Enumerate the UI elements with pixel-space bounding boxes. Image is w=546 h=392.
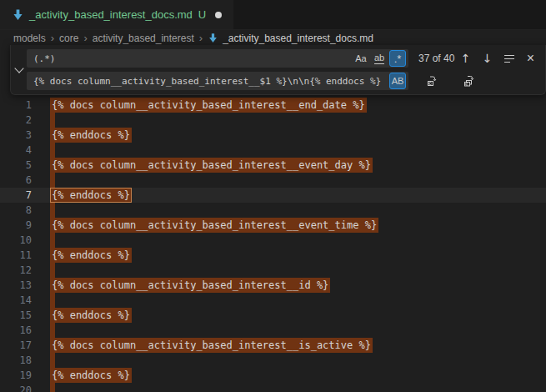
- breadcrumb-separator: ›: [199, 32, 203, 44]
- line-number: 6: [0, 173, 32, 188]
- previous-match-button[interactable]: ↑: [458, 50, 473, 67]
- match-case-button[interactable]: Aa: [353, 50, 369, 67]
- search-value: (.*): [33, 53, 353, 64]
- code-line[interactable]: 20: [0, 383, 546, 392]
- breadcrumb-item[interactable]: core: [59, 33, 78, 44]
- code-line[interactable]: 18: [0, 353, 546, 368]
- breadcrumb-file[interactable]: _activity_based_interest_docs.md: [208, 33, 373, 44]
- match-highlight: {% docs column__activity_based_interest_…: [50, 158, 373, 173]
- markdown-icon: [12, 8, 24, 21]
- line-number: 4: [0, 143, 32, 158]
- breadcrumb-separator: ›: [51, 32, 54, 44]
- line-number: 1: [0, 98, 32, 113]
- tab-active[interactable]: _activity_based_interest_docs.md U: [0, 0, 233, 29]
- code-line[interactable]: 17{% docs column__activity_based_interes…: [0, 338, 546, 353]
- toggle-replace-button[interactable]: [11, 45, 27, 94]
- close-button[interactable]: ×: [523, 50, 538, 67]
- line-number: 12: [0, 263, 32, 278]
- code-line[interactable]: 2: [0, 113, 546, 128]
- code-line[interactable]: 13{% docs column__activity_based_interes…: [0, 278, 546, 293]
- line-number: 7: [0, 188, 32, 203]
- line-number: 10: [0, 233, 32, 248]
- search-input[interactable]: (.*) Aa ab .*: [27, 49, 408, 68]
- line-number: 20: [0, 383, 32, 392]
- match-highlight: {% enddocs %}: [50, 128, 132, 143]
- breadcrumb-item[interactable]: activity_based_interest: [93, 33, 194, 44]
- code-lines: 1{% docs column__activity_based_interest…: [0, 98, 546, 392]
- line-number: 16: [0, 323, 32, 338]
- chevron-down-icon: [14, 63, 23, 73]
- find-in-selection-button[interactable]: [501, 50, 517, 67]
- whole-word-button[interactable]: ab: [371, 50, 388, 67]
- next-match-button[interactable]: ↓: [479, 50, 495, 67]
- line-number: 19: [0, 368, 32, 383]
- match-highlight: {% docs column__activity_based_interest_…: [50, 218, 378, 233]
- line-number: 14: [0, 293, 32, 308]
- code-line[interactable]: 12: [0, 263, 546, 278]
- match-highlight: {% enddocs %}: [50, 248, 132, 263]
- code-line[interactable]: 9{% docs column__activity_based_interest…: [0, 218, 546, 233]
- empty-line-match-highlight: [50, 263, 55, 278]
- tab-filename: _activity_based_interest_docs.md: [29, 8, 193, 21]
- match-highlight: {% docs column__activity_based_interest_…: [50, 98, 367, 113]
- empty-line-match-highlight: [50, 113, 55, 128]
- empty-line-match-highlight: [50, 233, 55, 248]
- replace-value: {% docs column__activity_based_interest_…: [33, 76, 389, 87]
- code-line[interactable]: 7{% enddocs %}: [0, 188, 546, 203]
- code-line[interactable]: 1{% docs column__activity_based_interest…: [0, 98, 546, 113]
- match-count: 37 of 40: [418, 53, 454, 64]
- empty-line-match-highlight: [50, 203, 55, 218]
- find-widget: (.*) Aa ab .* 37 of 40 ↑ ↓ × {% docs col…: [10, 45, 546, 95]
- empty-line-match-highlight: [50, 323, 55, 338]
- empty-line-match-highlight: [50, 383, 55, 392]
- line-number: 3: [0, 128, 32, 143]
- code-line[interactable]: 15{% enddocs %}: [0, 308, 546, 323]
- match-highlight: {% enddocs %}: [50, 308, 132, 323]
- code-line[interactable]: 5{% docs column__activity_based_interest…: [0, 158, 546, 173]
- code-line[interactable]: 6: [0, 173, 546, 188]
- breadcrumb-item[interactable]: models: [13, 33, 46, 44]
- code-line[interactable]: 16: [0, 323, 546, 338]
- code-line[interactable]: 10: [0, 233, 546, 248]
- code-line[interactable]: 3{% enddocs %}: [0, 128, 546, 143]
- match-highlight: {% docs column__activity_based_interest_…: [50, 278, 330, 293]
- line-number: 9: [0, 218, 32, 233]
- breadcrumb-separator: ›: [83, 32, 87, 44]
- line-number: 8: [0, 203, 32, 218]
- selection-icon: [504, 55, 514, 63]
- markdown-icon: [208, 33, 218, 43]
- replace-button[interactable]: [425, 73, 440, 88]
- replace-icon: [426, 74, 439, 88]
- line-number: 2: [0, 113, 32, 128]
- replace-input[interactable]: {% docs column__activity_based_interest_…: [27, 72, 408, 90]
- match-highlight: {% enddocs %}: [50, 368, 132, 383]
- regex-button[interactable]: .*: [389, 50, 406, 67]
- empty-line-match-highlight: [50, 293, 55, 308]
- line-number: 11: [0, 248, 32, 263]
- line-number: 13: [0, 278, 32, 293]
- breadcrumb: models › core › activity_based_interest …: [0, 30, 546, 46]
- replace-all-icon: [463, 74, 476, 88]
- line-number: 15: [0, 308, 32, 323]
- code-line[interactable]: 11{% enddocs %}: [0, 248, 546, 263]
- modified-dot-icon[interactable]: [215, 12, 222, 18]
- replace-all-button[interactable]: [462, 73, 477, 88]
- line-number: 17: [0, 338, 32, 353]
- empty-line-match-highlight: [50, 353, 55, 368]
- code-line[interactable]: 8: [0, 203, 546, 218]
- code-line[interactable]: 4: [0, 143, 546, 158]
- preserve-case-button[interactable]: AB: [389, 73, 406, 89]
- line-number: 5: [0, 158, 32, 173]
- code-line[interactable]: 14: [0, 293, 546, 308]
- breadcrumb-file-label: _activity_based_interest_docs.md: [223, 33, 373, 44]
- code-line[interactable]: 19{% enddocs %}: [0, 368, 546, 383]
- empty-line-match-highlight: [50, 173, 55, 188]
- match-highlight: {% enddocs %}: [50, 188, 132, 203]
- tab-git-status: U: [198, 8, 206, 21]
- tab-bar: _activity_based_interest_docs.md U: [0, 0, 546, 30]
- match-highlight: {% docs column__activity_based_interest_…: [50, 338, 373, 353]
- empty-line-match-highlight: [50, 143, 55, 158]
- line-number: 18: [0, 353, 32, 368]
